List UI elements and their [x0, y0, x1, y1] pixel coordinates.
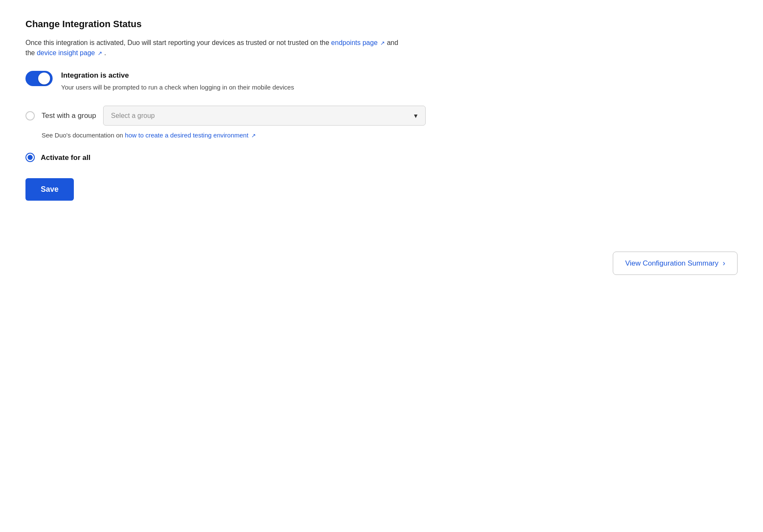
- activate-all-label: Activate for all: [41, 152, 90, 163]
- external-link-icon-3: ↗: [251, 132, 256, 140]
- test-group-label: Test with a group: [42, 110, 96, 121]
- toggle-thumb: [38, 73, 50, 84]
- group-select[interactable]: Select a group: [103, 106, 426, 126]
- external-link-icon-2: ↗: [98, 49, 102, 58]
- testing-environment-link[interactable]: how to create a desired testing environm…: [125, 132, 255, 139]
- external-link-icon-1: ↗: [380, 39, 385, 48]
- toggle-sublabel: Your users will be prompted to run a che…: [61, 83, 294, 92]
- group-select-wrapper: Select a group ▼: [103, 106, 426, 126]
- bottom-bar: View Configuration Summary ›: [25, 226, 738, 275]
- integration-toggle[interactable]: [25, 71, 53, 86]
- toggle-label: Integration is active: [61, 70, 294, 81]
- save-button[interactable]: Save: [25, 178, 74, 201]
- config-summary-label: View Configuration Summary: [625, 259, 718, 268]
- activate-all-radio-row: Activate for all: [25, 152, 492, 163]
- integration-toggle-section: Integration is active Your users will be…: [25, 70, 492, 92]
- page-title: Change Integration Status: [25, 17, 492, 31]
- endpoints-page-link[interactable]: endpoints page ↗: [331, 39, 387, 46]
- activate-all-radio[interactable]: [25, 153, 35, 162]
- view-configuration-summary-button[interactable]: View Configuration Summary ›: [613, 252, 738, 275]
- toggle-track: [25, 71, 53, 86]
- toggle-info: Integration is active Your users will be…: [61, 70, 294, 92]
- page-description: Once this integration is activated, Duo …: [25, 38, 407, 58]
- test-group-radio-row: Test with a group Select a group ▼: [25, 106, 492, 126]
- doc-link-row: See Duo's documentation on how to create…: [42, 131, 492, 140]
- device-insight-page-link[interactable]: device insight page ↗: [37, 49, 104, 56]
- chevron-right-icon: ›: [723, 259, 725, 268]
- test-group-radio[interactable]: [25, 111, 35, 120]
